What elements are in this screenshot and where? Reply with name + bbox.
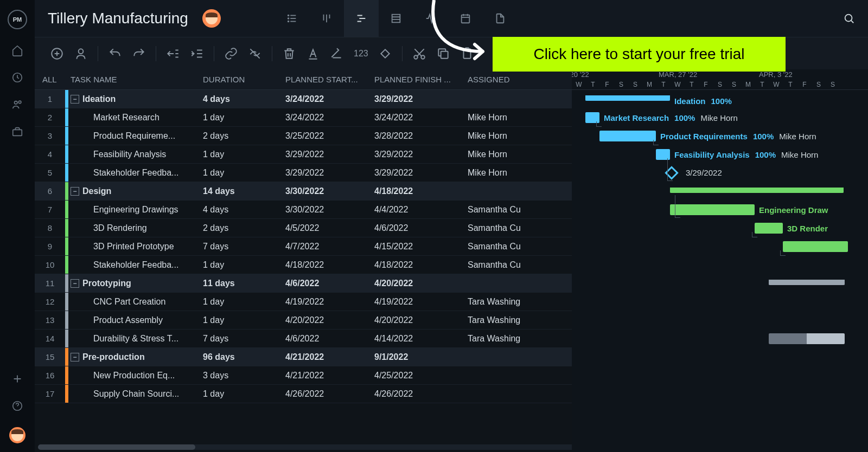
assigned-cell: Samantha Cu bbox=[468, 223, 549, 233]
task-row[interactable]: 7 Engineering Drawings 4 days 3/30/2022 … bbox=[35, 201, 572, 219]
user-avatar-small[interactable] bbox=[9, 427, 25, 443]
task-row[interactable]: 11 − Prototyping 11 days 4/6/2022 4/20/2… bbox=[35, 274, 572, 293]
task-row[interactable]: 12 CNC Part Creation 1 day 4/19/2022 4/1… bbox=[35, 293, 572, 311]
task-name-cell: Product Assembly bbox=[68, 315, 203, 325]
col-planned-finish[interactable]: PLANNED FINISH ... bbox=[374, 75, 468, 84]
add-task-icon[interactable] bbox=[50, 47, 64, 61]
task-row[interactable]: 4 Feasibility Analysis 1 day 3/29/2022 3… bbox=[35, 145, 572, 164]
task-row[interactable]: 8 3D Rendering 2 days 4/5/2022 4/6/2022 … bbox=[35, 219, 572, 237]
row-index: 12 bbox=[35, 297, 65, 306]
help-icon[interactable] bbox=[11, 400, 23, 412]
indent-icon[interactable] bbox=[190, 47, 204, 61]
gantt-task-bar[interactable]: Engineering Draw bbox=[670, 204, 755, 215]
task-row[interactable]: 6 − Design 14 days 3/30/2022 4/18/2022 bbox=[35, 182, 572, 201]
col-planned-start[interactable]: PLANNED START... bbox=[285, 75, 374, 84]
unlink-icon[interactable] bbox=[248, 47, 262, 61]
delete-icon[interactable] bbox=[282, 47, 296, 61]
highlight-icon[interactable] bbox=[330, 47, 344, 61]
gantt-view-tab[interactable] bbox=[344, 0, 379, 37]
col-duration[interactable]: DURATION bbox=[203, 75, 285, 84]
file-view-tab[interactable] bbox=[483, 0, 518, 37]
cut-icon[interactable] bbox=[412, 47, 426, 61]
task-row[interactable]: 15 − Pre-production 96 days 4/21/2022 9/… bbox=[35, 348, 572, 366]
row-index: 5 bbox=[35, 168, 65, 177]
paste-icon[interactable] bbox=[460, 47, 474, 61]
list-view-tab[interactable] bbox=[275, 0, 309, 37]
gantt-summary-bar[interactable] bbox=[670, 188, 844, 193]
people-icon[interactable] bbox=[11, 99, 23, 111]
outdent-icon[interactable] bbox=[166, 47, 180, 61]
assigned-cell: Samantha Cu bbox=[468, 260, 549, 270]
search-icon[interactable] bbox=[843, 12, 855, 24]
task-row[interactable]: 1 − Ideation 4 days 3/24/2022 3/29/2022 bbox=[35, 90, 572, 108]
finish-cell: 4/15/2022 bbox=[374, 242, 468, 251]
row-index: 6 bbox=[35, 186, 65, 196]
task-row[interactable]: 13 Product Assembly 1 day 4/20/2022 4/20… bbox=[35, 311, 572, 330]
svg-point-2 bbox=[18, 101, 21, 104]
link-icon[interactable] bbox=[224, 47, 238, 61]
finish-cell: 4/18/2022 bbox=[374, 186, 468, 196]
project-avatar[interactable] bbox=[202, 9, 221, 28]
gantt-task-bar[interactable]: 3D Render bbox=[755, 223, 783, 234]
assigned-cell: Mike Horn bbox=[468, 113, 549, 122]
col-task-name[interactable]: TASK NAME bbox=[65, 75, 203, 84]
task-row[interactable]: 17 Supply Chain Sourci... 1 day 4/26/202… bbox=[35, 385, 572, 403]
text-color-icon[interactable] bbox=[306, 47, 320, 61]
horizontal-scrollbar[interactable] bbox=[38, 444, 572, 450]
task-row[interactable]: 3 Product Requireme... 2 days 3/25/2022 … bbox=[35, 127, 572, 145]
collapse-icon[interactable]: − bbox=[71, 187, 79, 196]
task-row[interactable]: 14 Durability & Stress T... 7 days 4/6/2… bbox=[35, 330, 572, 348]
clock-icon[interactable] bbox=[11, 72, 23, 83]
board-view-tab[interactable] bbox=[309, 0, 344, 37]
task-row[interactable]: 5 Stakeholder Feedba... 1 day 3/29/2022 … bbox=[35, 164, 572, 182]
task-name-cell: Market Research bbox=[68, 113, 203, 122]
timeline-day-label: T bbox=[586, 81, 600, 88]
sheet-view-tab[interactable] bbox=[379, 0, 413, 37]
redo-icon[interactable] bbox=[132, 47, 146, 61]
cta-banner[interactable]: Click here to start your free trial bbox=[493, 37, 786, 72]
col-all[interactable]: ALL bbox=[35, 75, 65, 84]
gantt-summary-bar[interactable] bbox=[769, 280, 845, 285]
app-logo[interactable]: PM bbox=[8, 10, 27, 29]
calendar-view-tab[interactable] bbox=[448, 0, 483, 37]
timeline-day-label: T bbox=[685, 81, 699, 88]
col-assigned[interactable]: ASSIGNED bbox=[468, 75, 549, 84]
timeline-day-label: W bbox=[769, 81, 783, 88]
gantt-summary-bar[interactable]: Ideation100% bbox=[585, 95, 670, 101]
assign-icon[interactable] bbox=[74, 47, 88, 61]
task-row[interactable]: 10 Stakeholder Feedba... 1 day 4/18/2022… bbox=[35, 256, 572, 274]
duration-cell: 4 days bbox=[203, 94, 285, 104]
finish-cell: 4/6/2022 bbox=[374, 223, 468, 233]
milestone-icon[interactable] bbox=[378, 47, 392, 61]
task-name-cell: − Pre-production bbox=[68, 352, 203, 362]
home-icon[interactable] bbox=[11, 44, 23, 56]
undo-icon[interactable] bbox=[108, 47, 122, 61]
collapse-icon[interactable]: − bbox=[71, 279, 79, 288]
milestone-label: 3/29/2022 bbox=[686, 168, 722, 177]
task-name-cell: − Design bbox=[68, 186, 203, 196]
briefcase-icon[interactable] bbox=[11, 126, 23, 138]
duration-cell: 2 days bbox=[203, 131, 285, 141]
plus-icon[interactable] bbox=[11, 373, 23, 385]
svg-rect-3 bbox=[13, 130, 22, 135]
timeline-day-label: T bbox=[783, 81, 797, 88]
collapse-icon[interactable]: − bbox=[71, 353, 79, 361]
activity-view-tab[interactable] bbox=[413, 0, 448, 37]
copy-icon[interactable] bbox=[436, 47, 450, 61]
dependency-line bbox=[675, 195, 680, 218]
svg-rect-9 bbox=[462, 15, 470, 23]
svg-rect-16 bbox=[441, 51, 448, 58]
task-row[interactable]: 9 3D Printed Prototype 7 days 4/7/2022 4… bbox=[35, 237, 572, 256]
task-row[interactable]: 2 Market Research 1 day 3/24/2022 3/24/2… bbox=[35, 108, 572, 127]
finish-cell: 4/20/2022 bbox=[374, 279, 468, 288]
gantt-row: Engineering Draw bbox=[572, 201, 868, 219]
gantt-task-bar[interactable]: Product Requirements100%Mike Horn bbox=[599, 131, 656, 141]
gantt-task-bar[interactable] bbox=[783, 241, 848, 252]
start-cell: 3/30/2022 bbox=[285, 205, 374, 215]
svg-point-15 bbox=[421, 55, 425, 59]
duration-cell: 7 days bbox=[203, 242, 285, 251]
timeline-day-label: M bbox=[642, 81, 656, 88]
gantt-task-bar[interactable] bbox=[769, 333, 845, 344]
task-row[interactable]: 16 New Production Eq... 3 days 4/21/2022… bbox=[35, 366, 572, 385]
collapse-icon[interactable]: − bbox=[71, 95, 79, 104]
